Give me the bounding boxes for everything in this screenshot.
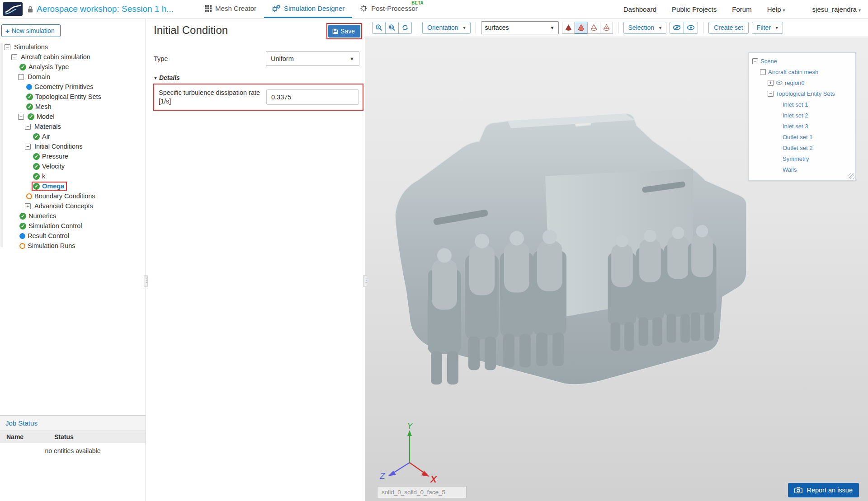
omega-value-input[interactable] [266,89,359,105]
tree-item-mesh[interactable]: ✓Mesh [5,102,146,112]
show-all-button[interactable] [684,22,698,34]
scene-item-inlet-set-2[interactable]: Inlet set 2 [750,110,854,121]
collapse-toggle-icon[interactable]: − [18,74,24,80]
project-title[interactable]: Aerospace workshop: Session 1 h... [37,4,174,14]
tree-item-air[interactable]: ✓Air [5,131,146,141]
expand-toggle-icon[interactable]: + [25,203,31,209]
nav-forum[interactable]: Forum [732,5,751,13]
filter-dropdown[interactable]: Filter▾ [752,22,783,34]
column-name: Name [0,433,54,440]
scene-tree-panel: −Scene−Aircraft cabin mesh+region0−Topol… [748,52,856,181]
triangle-down-icon: ▼ [153,75,158,80]
axis-y-label: Y [407,423,413,431]
zoom-fit-button[interactable] [385,22,399,34]
panel-splitter[interactable]: ⋮ [363,275,367,287]
tree-item-topological-entity-sets[interactable]: ✓Topological Entity Sets [5,92,146,102]
plus-icon: + [5,28,9,34]
expand-toggle-icon[interactable]: + [768,80,774,86]
zoom-in-button[interactable] [372,22,386,34]
tab-simulation-designer[interactable]: Simulation Designer [264,0,352,18]
nav-dashboard[interactable]: Dashboard [623,5,656,13]
beta-badge: BETA [411,0,423,5]
cone-outline-dot-button[interactable] [600,22,613,34]
selection-dropdown[interactable]: Selection▾ [623,22,667,34]
scene-item-inlet-set-3[interactable]: Inlet set 3 [750,121,854,131]
check-icon: ✓ [33,153,40,160]
tree-item-simulation-runs[interactable]: Simulation Runs [5,241,146,251]
scene-item-outlet-set-1[interactable]: Outlet set 1 [750,131,854,142]
scene-item-scene[interactable]: −Scene [750,56,854,66]
tab-mesh-creator[interactable]: Mesh Creator [197,0,264,18]
tree-item-boundary-conditions[interactable]: Boundary Conditions [5,191,146,201]
camera-icon [794,487,802,493]
surfaces-select[interactable]: surfaces ▼ [481,21,559,34]
tree-item-numerics[interactable]: ✓Numerics [5,211,146,221]
tree-item-materials[interactable]: −Materials [5,122,146,131]
tree-item-velocity[interactable]: ✓Velocity [5,161,146,171]
tree-item-k[interactable]: ✓k [5,171,146,181]
caret-down-icon: ▾ [463,25,465,30]
save-button[interactable]: Save [328,25,360,37]
scene-item-aircraft-cabin-mesh[interactable]: −Aircraft cabin mesh [750,66,854,77]
tree-item-domain[interactable]: −Domain [5,72,146,82]
cone-active-button[interactable] [575,22,588,34]
scene-item-walls[interactable]: Walls [750,164,854,175]
selected-face-field[interactable]: solid_0_solid_0_face_5 [377,486,467,498]
cone-active-icon [577,24,585,31]
tree-item-simulations[interactable]: −Simulations [5,42,146,52]
sidebar-splitter[interactable]: ⋮ [144,275,148,287]
cone-solid-button[interactable] [562,22,575,34]
gear-icon [360,5,368,12]
hide-selection-button[interactable] [670,22,684,34]
simulation-tree: −Simulations−Aircraft cabin simulation✓A… [0,42,146,415]
tab-post-processor[interactable]: Post-ProcessorBETA [352,0,425,18]
tree-item-aircraft-cabin-simulation[interactable]: −Aircraft cabin simulation [5,52,146,62]
tree-item-analysis-type[interactable]: ✓Analysis Type [5,62,146,72]
tree-item-result-control[interactable]: Result Control [5,231,146,241]
tree-item-simulation-control[interactable]: ✓Simulation Control [5,221,146,231]
cone-outline-button[interactable] [587,22,600,34]
new-simulation-button[interactable]: + New simulation [1,24,61,37]
collapse-toggle-icon[interactable]: − [25,124,31,130]
zoom-in-icon [375,24,382,31]
collapse-toggle-icon[interactable]: − [11,54,17,60]
refresh-view-button[interactable] [398,22,412,34]
check-icon: ✓ [33,173,40,180]
collapse-toggle-icon[interactable]: − [25,144,31,150]
visibility-eye-icon[interactable] [776,80,783,85]
header-nav-links: DashboardPublic ProjectsForum [623,5,752,13]
tree-item-model[interactable]: −✓Model [5,112,146,122]
caret-down-icon: ▾ [776,25,778,30]
cone-solid-icon [565,24,572,31]
tree-item-geometry-primitives[interactable]: Geometry Primitives [5,82,146,92]
collapse-toggle-icon[interactable]: − [752,58,758,64]
scene-item-region0[interactable]: +region0 [750,77,854,88]
app-logo[interactable] [3,2,23,16]
tree-item-advanced-concepts[interactable]: +Advanced Concepts [5,201,146,211]
user-menu[interactable]: sjesu_rajendra▾ [812,5,861,13]
type-select[interactable]: Uniform ▼ [266,51,359,66]
orientation-dropdown[interactable]: Orientation▾ [422,22,471,34]
tree-item-omega[interactable]: ✓Omega [5,181,146,191]
check-icon: ✓ [26,103,33,110]
collapse-toggle-icon[interactable]: − [760,69,766,75]
3d-canvas[interactable]: −Scene−Aircraft cabin mesh+region0−Topol… [365,37,868,501]
main-area: + New simulation −Simulations−Aircraft c… [0,19,868,501]
report-issue-button[interactable]: Report an issue [788,483,859,497]
nav-public-projects[interactable]: Public Projects [672,5,717,13]
tree-item-initial-conditions[interactable]: −Initial Conditions [5,141,146,151]
scene-item-outlet-set-2[interactable]: Outlet set 2 [750,142,854,153]
collapse-toggle-icon[interactable]: − [768,91,774,97]
scene-item-topological-entity-sets[interactable]: −Topological Entity Sets [750,88,854,99]
collapse-toggle-icon[interactable]: − [18,114,24,120]
details-toggle[interactable]: ▼ Details [146,66,365,81]
scene-item-symmetry[interactable]: Symmetry [750,153,854,164]
collapse-toggle-icon[interactable]: − [5,44,10,50]
caret-down-icon: ▾ [783,8,785,13]
resize-grip[interactable] [849,173,854,179]
tree-item-pressure[interactable]: ✓Pressure [5,151,146,161]
scene-item-inlet-set-1[interactable]: Inlet set 1 [750,99,854,110]
help-menu[interactable]: Help▾ [767,5,785,13]
header-tabs: Mesh CreatorSimulation DesignerPost-Proc… [197,0,425,18]
create-set-button[interactable]: Create set [708,22,749,34]
